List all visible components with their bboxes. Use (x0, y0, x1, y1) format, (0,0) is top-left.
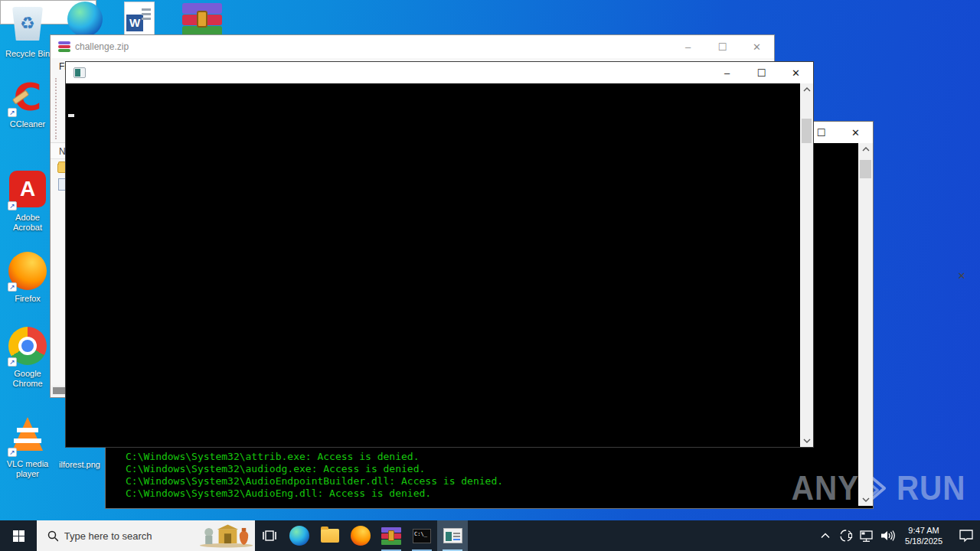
desktop-icon-label: Firefox (0, 294, 55, 304)
shortcut-arrow-icon: ↗ (8, 108, 17, 117)
vertical-scrollbar[interactable] (800, 83, 813, 447)
console-screen[interactable] (66, 83, 800, 447)
desktop-icon-label: VLC media player (0, 459, 55, 479)
console-output-line: C:\Windows\System32\AudioEndpointBuilder… (126, 475, 503, 487)
console-output-line: C:\Windows\System32\AudioEng.dll: Access… (126, 487, 431, 500)
search-highlight-art (199, 523, 253, 549)
taskbar-app-firefox[interactable] (345, 520, 376, 551)
firefox-icon (351, 526, 371, 546)
desktop-icon-label: Recycle Bin (0, 49, 55, 59)
scrollbar-thumb[interactable] (860, 160, 871, 178)
winrar-icon (381, 527, 401, 545)
search-input[interactable] (64, 530, 199, 542)
close-button[interactable]: ✕ (740, 35, 774, 58)
desktop-icon-vlc[interactable]: ↗ VLC media player (0, 416, 55, 479)
task-view-icon (263, 530, 276, 542)
taskbar-search[interactable] (37, 520, 255, 551)
front-console-titlebar[interactable]: – ☐ ✕ (66, 62, 813, 83)
shortcut-arrow-icon: ↗ (8, 282, 17, 292)
close-button[interactable]: ✕ (779, 62, 813, 83)
desktop-icon-label: Adobe Acrobat (0, 213, 55, 233)
desktop-icon-firefox[interactable]: ↗ Firefox (0, 251, 55, 304)
scroll-down-icon[interactable] (800, 435, 813, 447)
clock-time: 9:47 AM (905, 525, 942, 536)
desktop-icon-word-document[interactable]: W (124, 2, 155, 37)
winrar-icon (182, 2, 222, 37)
maximize-button[interactable]: ☐ (744, 62, 779, 83)
chrome-icon: ↗ (8, 327, 47, 367)
desktop-icon-label: CCleaner (0, 119, 55, 129)
network-tray-icon[interactable] (859, 528, 874, 543)
chevron-up-icon (821, 533, 830, 539)
minimize-button[interactable]: – (710, 62, 744, 83)
speaker-icon (880, 530, 895, 542)
recycle-bin-icon: ♻ (8, 7, 47, 47)
winrar-titlebar[interactable]: challenge.zip – ☐ ✕ (51, 35, 774, 58)
desktop-icon-google-chrome[interactable]: ↗ Google Chrome (0, 326, 55, 389)
desktop-icon-ccleaner[interactable]: C ↗ CCleaner (0, 77, 55, 129)
desktop-icon-recycle-bin[interactable]: ♻ Recycle Bin (0, 4, 55, 59)
console-output-line: C:\Windows\System32\audiodg.exe: Access … (126, 463, 425, 475)
vlc-icon: ↗ (8, 417, 47, 457)
close-button[interactable]: ✕ (838, 122, 873, 143)
scrollbar-thumb[interactable] (802, 119, 812, 143)
desktop-icon-edge[interactable] (67, 2, 103, 37)
ethernet-icon (859, 529, 874, 543)
windows-logo-icon (13, 530, 24, 542)
taskbar-app-file-explorer[interactable] (315, 520, 345, 551)
show-hidden-icons-button[interactable] (818, 528, 833, 543)
desktop-icon-winrar-archive[interactable] (182, 2, 222, 37)
taskbar: C:\_ (0, 520, 980, 551)
taskbar-app-console-active[interactable] (437, 520, 468, 551)
clock-date: 5/18/2025 (905, 536, 942, 546)
edge-icon (289, 526, 309, 546)
maximize-button[interactable]: ☐ (705, 35, 740, 58)
console-cursor (68, 114, 74, 117)
task-view-button[interactable] (255, 520, 284, 551)
console-properties-icon (443, 528, 462, 543)
console-window-icon (74, 67, 86, 78)
shortcut-arrow-icon: ↗ (8, 448, 17, 457)
desktop-icon-adobe-acrobat[interactable]: A ↗ Adobe Acrobat (0, 169, 55, 233)
console-output-line: C:\Windows\System32\attrib.exe: Access i… (126, 451, 420, 463)
winrar-titlebar-icon (58, 41, 70, 53)
command-prompt-icon: C:\_ (413, 529, 431, 543)
scroll-up-icon[interactable] (858, 143, 873, 155)
start-button[interactable] (0, 520, 37, 551)
scroll-up-icon[interactable] (800, 83, 813, 96)
desktop: ♻ Recycle Bin C ↗ CCleaner A ↗ Adobe Acr… (0, 0, 980, 551)
desktop-icon-label: Google Chrome (0, 369, 55, 389)
adobe-acrobat-icon: A ↗ (8, 171, 47, 210)
firefox-icon: ↗ (8, 252, 47, 292)
camera-circle-icon (839, 529, 853, 543)
front-console-window: – ☐ ✕ (65, 61, 814, 448)
word-document-icon: W (124, 2, 155, 37)
action-center-button[interactable] (959, 528, 974, 543)
shortcut-arrow-icon: ↗ (8, 201, 17, 210)
shortcut-arrow-icon: ↗ (8, 357, 17, 367)
file-explorer-icon (321, 529, 339, 543)
system-tray: 9:47 AM 5/18/2025 (818, 520, 980, 551)
scroll-down-icon[interactable] (858, 494, 873, 506)
winrar-window-title: challenge.zip (75, 41, 129, 52)
desktop-icon-label-ilforest[interactable]: ilforest.png (52, 460, 107, 470)
taskbar-app-edge[interactable] (284, 520, 315, 551)
close-button[interactable]: ✕ (946, 0, 977, 551)
taskbar-app-command-prompt[interactable]: C:\_ (407, 520, 437, 551)
notification-icon (959, 529, 974, 543)
search-icon (47, 530, 58, 542)
edge-icon (67, 2, 103, 37)
volume-tray-icon[interactable] (880, 528, 895, 543)
vertical-scrollbar[interactable] (858, 143, 873, 506)
minimize-button[interactable]: – (671, 35, 705, 58)
taskbar-app-winrar[interactable] (376, 520, 407, 551)
meet-now-tray-icon[interactable] (838, 528, 854, 543)
taskbar-clock[interactable]: 9:47 AM 5/18/2025 (900, 525, 947, 546)
toolbar-gripper (55, 78, 57, 139)
ccleaner-icon: C ↗ (8, 77, 47, 117)
